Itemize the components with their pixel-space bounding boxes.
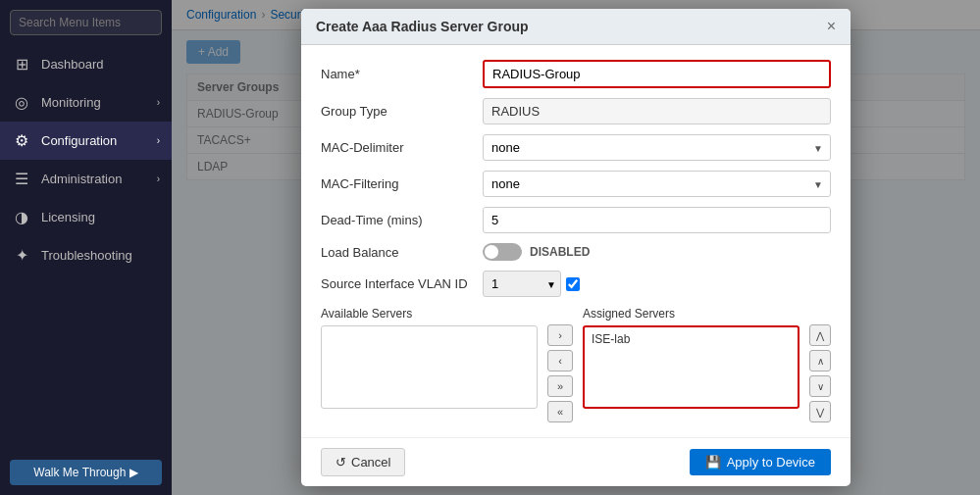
move-all-right-button[interactable]: » [547, 375, 573, 397]
load-balance-toggle[interactable] [483, 243, 522, 261]
order-top-button[interactable]: ⋀ [809, 324, 831, 346]
assigned-servers-label: Assigned Servers [583, 307, 799, 321]
cancel-button[interactable]: ↺ Cancel [321, 448, 405, 476]
main-content: Configuration › Security › AAA + Add Ser… [172, 0, 980, 495]
chevron-right-icon: › [157, 97, 160, 108]
mac-filtering-select[interactable]: none enabled [483, 171, 831, 197]
assigned-servers-box[interactable]: ISE-lab [583, 325, 799, 409]
mac-delimiter-wrap: none colon hyphen dot ▼ [483, 134, 831, 161]
sidebar-item-troubleshooting[interactable]: ✦ Troubleshooting [0, 236, 172, 274]
apply-to-device-button[interactable]: 💾 Apply to Device [690, 449, 831, 475]
move-right-button[interactable]: › [547, 324, 573, 346]
group-type-input [483, 98, 831, 124]
mac-filtering-label: MAC-Filtering [321, 176, 483, 191]
dashboard-icon: ⊞ [12, 55, 31, 74]
form-row-load-balance: Load Balance DISABLED [321, 243, 831, 261]
form-row-dead-time: Dead-Time (mins) [321, 207, 831, 233]
chevron-right-icon: › [157, 135, 160, 146]
sidebar: ⊞ Dashboard ◎ Monitoring › ⚙ Configurati… [0, 0, 172, 495]
order-buttons: ⋀ ∧ ∨ ⋁ [809, 307, 831, 422]
sidebar-item-label: Licensing [41, 210, 95, 224]
transfer-buttons: › ‹ » « [547, 307, 573, 422]
servers-section: Available Servers › ‹ » « Assigned Serve… [321, 307, 831, 422]
modal-close-button[interactable]: × [827, 19, 836, 34]
modal-footer: ↺ Cancel 💾 Apply to Device [301, 437, 851, 486]
order-down-button[interactable]: ∨ [809, 375, 831, 397]
toggle-knob [485, 245, 498, 259]
modal-overlay: Create Aaa Radius Server Group × Name* G… [172, 0, 980, 495]
modal-title: Create Aaa Radius Server Group [316, 19, 529, 34]
licensing-icon: ◑ [12, 208, 31, 226]
sidebar-item-label: Configuration [41, 133, 117, 148]
assigned-servers-wrap: Assigned Servers ISE-lab [583, 307, 799, 409]
form-row-mac-delimiter: MAC-Delimiter none colon hyphen dot ▼ [321, 134, 831, 161]
walk-me-through-button[interactable]: Walk Me Through ▶ [10, 460, 162, 485]
source-vlan-label: Source Interface VLAN ID [321, 276, 483, 291]
dead-time-input[interactable] [483, 207, 831, 233]
order-bottom-button[interactable]: ⋁ [809, 401, 831, 422]
chevron-right-icon: › [157, 173, 160, 184]
available-servers-box[interactable] [321, 325, 538, 409]
sidebar-search-wrap [0, 0, 172, 45]
monitoring-icon: ◎ [12, 93, 31, 112]
form-row-mac-filtering: MAC-Filtering none enabled ▼ [321, 171, 831, 197]
source-vlan-select[interactable]: 1 2 3 [483, 271, 561, 297]
apply-label: Apply to Device [727, 455, 815, 470]
mac-delimiter-label: MAC-Delimiter [321, 140, 483, 155]
sidebar-item-dashboard[interactable]: ⊞ Dashboard [0, 45, 172, 83]
source-vlan-checkbox[interactable] [566, 277, 580, 291]
form-row-source-vlan: Source Interface VLAN ID 1 2 3 ▼ [321, 271, 831, 297]
load-balance-value: DISABLED [530, 245, 590, 259]
administration-icon: ☰ [12, 170, 31, 188]
move-left-button[interactable]: ‹ [547, 350, 573, 371]
source-vlan-select-wrap: 1 2 3 ▼ [483, 271, 561, 297]
reset-icon: ↺ [335, 455, 346, 470]
available-servers-label: Available Servers [321, 307, 538, 321]
list-item: ISE-lab [588, 330, 795, 348]
name-label: Name* [321, 67, 483, 81]
order-up-button[interactable]: ∧ [809, 350, 831, 371]
walk-me-through-wrap: Walk Me Through ▶ [0, 450, 172, 495]
sidebar-item-label: Administration [41, 172, 122, 186]
sidebar-item-label: Monitoring [41, 95, 101, 110]
troubleshooting-icon: ✦ [12, 246, 31, 265]
sidebar-item-monitoring[interactable]: ◎ Monitoring › [0, 83, 172, 122]
cancel-label: Cancel [351, 455, 390, 470]
mac-filtering-wrap: none enabled ▼ [483, 171, 831, 197]
load-balance-label: Load Balance [321, 245, 483, 260]
sidebar-item-configuration[interactable]: ⚙ Configuration › [0, 122, 172, 160]
apply-icon: 💾 [705, 455, 721, 470]
search-input[interactable] [10, 10, 162, 35]
form-row-group-type: Group Type [321, 98, 831, 124]
form-row-name: Name* [321, 60, 831, 88]
modal-header: Create Aaa Radius Server Group × [301, 9, 851, 45]
group-type-label: Group Type [321, 104, 483, 119]
sidebar-item-label: Dashboard [41, 57, 104, 72]
dead-time-label: Dead-Time (mins) [321, 213, 483, 227]
create-aaa-modal: Create Aaa Radius Server Group × Name* G… [301, 9, 851, 486]
sidebar-item-administration[interactable]: ☰ Administration › [0, 160, 172, 198]
load-balance-toggle-wrap: DISABLED [483, 243, 590, 261]
available-servers-wrap: Available Servers [321, 307, 538, 409]
name-input[interactable] [483, 60, 831, 88]
move-all-left-button[interactable]: « [547, 401, 573, 422]
source-vlan-row: 1 2 3 ▼ [483, 271, 831, 297]
mac-delimiter-select[interactable]: none colon hyphen dot [483, 134, 831, 161]
configuration-icon: ⚙ [12, 131, 31, 150]
sidebar-item-licensing[interactable]: ◑ Licensing [0, 198, 172, 236]
sidebar-item-label: Troubleshooting [41, 248, 132, 263]
modal-body: Name* Group Type MAC-Delimiter none colo… [301, 45, 851, 437]
